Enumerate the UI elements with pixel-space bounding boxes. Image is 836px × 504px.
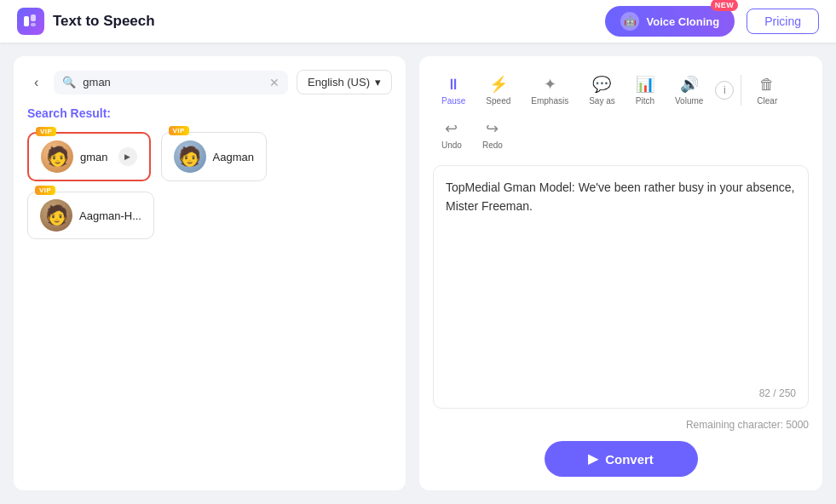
vip-badge: VIP xyxy=(36,127,56,136)
volume-icon: 🔊 xyxy=(680,75,699,94)
pause-label: Pause xyxy=(441,96,465,106)
remaining-chars: Remaining character: 5000 xyxy=(433,419,809,431)
volume-button[interactable]: 🔊 Volume xyxy=(666,70,712,111)
voice-card-aagmanh[interactable]: VIP 🧑 Aagman-H... xyxy=(27,192,154,239)
vip-badge-aagman: VIP xyxy=(169,126,189,135)
right-panel: ⏸ Pause ⚡ Speed ✦ Emphasis 💬 Say as 📊 Pi… xyxy=(419,56,822,490)
voice-card-aagman[interactable]: VIP 🧑 Aagman xyxy=(161,132,267,181)
search-input[interactable] xyxy=(83,76,262,89)
speed-label: Speed xyxy=(486,96,510,106)
voice-cloning-label: Voice Cloning xyxy=(646,15,719,28)
volume-label: Volume xyxy=(675,96,703,106)
emphasis-button[interactable]: ✦ Emphasis xyxy=(522,70,577,111)
clear-label: Clear xyxy=(757,96,777,106)
emphasis-icon: ✦ xyxy=(544,75,556,94)
pause-button[interactable]: ⏸ Pause xyxy=(433,71,474,111)
speed-icon: ⚡ xyxy=(489,75,508,94)
svg-rect-1 xyxy=(31,14,36,21)
play-button-gman[interactable]: ▶ xyxy=(118,147,137,166)
voice-cloning-button[interactable]: 🤖 Voice Cloning NEW xyxy=(605,6,735,37)
main-content: ‹ 🔍 ✕ English (US) ▾ Search Result: VIP … xyxy=(0,43,836,504)
info-button[interactable]: i xyxy=(715,81,734,100)
left-panel: ‹ 🔍 ✕ English (US) ▾ Search Result: VIP … xyxy=(14,56,406,490)
convert-label: Convert xyxy=(605,452,654,467)
language-selector[interactable]: English (US) ▾ xyxy=(297,70,392,94)
app-title: Text to Speech xyxy=(53,13,155,30)
voice-name-aagmanh: Aagman-H... xyxy=(79,209,141,222)
app-logo xyxy=(17,8,44,35)
new-badge: NEW xyxy=(711,0,739,11)
undo-label: Undo xyxy=(441,140,462,150)
voice-name-gman: gman xyxy=(80,151,108,163)
header-right: 🤖 Voice Cloning NEW Pricing xyxy=(605,6,819,37)
char-count: 82 / 250 xyxy=(759,387,796,399)
text-area-wrapper: TopMedial Gman Model: We've been rather … xyxy=(433,165,809,409)
undo-icon: ↩ xyxy=(445,119,458,138)
voice-name-aagman: Aagman xyxy=(213,151,254,163)
pause-icon: ⏸ xyxy=(446,76,461,94)
language-value: English (US) xyxy=(308,76,370,89)
redo-icon: ↪ xyxy=(486,119,499,138)
toolbar: ⏸ Pause ⚡ Speed ✦ Emphasis 💬 Say as 📊 Pi… xyxy=(433,70,809,155)
say-as-button[interactable]: 💬 Say as xyxy=(580,70,624,111)
voice-avatar-aagmanh: 🧑 xyxy=(40,199,72,232)
clear-search-button[interactable]: ✕ xyxy=(269,76,280,89)
convert-play-icon: ▶ xyxy=(588,451,598,467)
vip-badge-aagmanh: VIP xyxy=(35,186,55,195)
pitch-icon: 📊 xyxy=(636,75,654,94)
chevron-down-icon: ▾ xyxy=(375,76,381,89)
voice-avatar-aagman: 🧑 xyxy=(174,140,206,173)
toolbar-separator xyxy=(741,75,741,106)
convert-button[interactable]: ▶ Convert xyxy=(545,441,698,477)
header-left: Text to Speech xyxy=(17,8,155,35)
say-as-label: Say as xyxy=(589,96,615,106)
clear-icon: 🗑 xyxy=(759,76,775,94)
voice-card-gman[interactable]: VIP 🧑 gman ▶ xyxy=(27,132,151,181)
voice-avatar-gman: 🧑 xyxy=(41,140,73,173)
pitch-label: Pitch xyxy=(636,96,654,106)
undo-button[interactable]: ↩ Undo xyxy=(433,114,470,155)
svg-rect-0 xyxy=(24,16,29,26)
pricing-button[interactable]: Pricing xyxy=(747,9,819,34)
search-result-label: Search Result: xyxy=(27,106,392,120)
speed-button[interactable]: ⚡ Speed xyxy=(477,70,519,111)
svg-rect-2 xyxy=(31,23,36,26)
app-header: Text to Speech 🤖 Voice Cloning NEW Prici… xyxy=(0,0,836,43)
search-icon: 🔍 xyxy=(62,76,76,89)
voice-cards-row: VIP 🧑 gman ▶ VIP 🧑 Aagman VIP 🧑 Aagman-H… xyxy=(27,132,392,239)
search-bar-row: ‹ 🔍 ✕ English (US) ▾ xyxy=(27,70,392,94)
search-input-wrapper: 🔍 ✕ xyxy=(54,71,288,94)
back-button[interactable]: ‹ xyxy=(27,72,45,94)
redo-label: Redo xyxy=(482,140,503,150)
pitch-button[interactable]: 📊 Pitch xyxy=(627,70,663,111)
say-as-icon: 💬 xyxy=(592,75,611,94)
redo-button[interactable]: ↪ Redo xyxy=(474,114,511,155)
emphasis-label: Emphasis xyxy=(531,96,568,106)
clear-button[interactable]: 🗑 Clear xyxy=(748,71,786,111)
voice-cloning-icon: 🤖 xyxy=(620,12,639,31)
text-area-content[interactable]: TopMedial Gman Model: We've been rather … xyxy=(446,178,796,396)
